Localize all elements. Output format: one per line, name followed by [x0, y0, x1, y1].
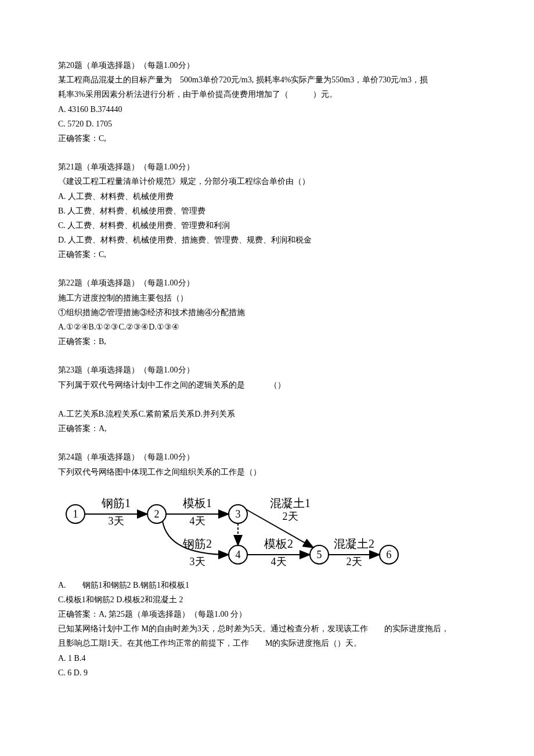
- q22-stem-1: 施工方进度控制的措施主要包括（）: [58, 291, 476, 305]
- q22-header: 第22题（单项选择题）（每题1.00分）: [58, 276, 476, 290]
- arc-label-bot-3: 混凝土2: [334, 537, 374, 550]
- q20-stem-2: 耗率3%采用因素分析法进行分析，由于单价提高使费用增加了（ ）元。: [58, 87, 476, 102]
- q23-options: A.工艺关系B.流程关系C.紧前紧后关系D.并列关系: [58, 407, 476, 421]
- q24-stem: 下列双代号网络图中体现工作之间组织关系的工作是（）: [58, 465, 476, 479]
- node-3: 3: [236, 508, 241, 520]
- arc-label-bot-2: 模板2: [264, 537, 293, 550]
- arc-day-bot-2: 4天: [271, 556, 287, 567]
- q25-option-row-1: A. 1 B.4: [58, 651, 476, 665]
- q24-option-row-1: A. 钢筋1和钢筋2 B.钢筋1和模板1: [58, 578, 476, 592]
- arc-day-top-1: 3天: [109, 515, 124, 527]
- node-2: 2: [154, 508, 160, 520]
- q20-answer: 正确答案：C,: [58, 131, 476, 146]
- arc-label-top-1: 钢筋1: [101, 497, 131, 509]
- node-5: 5: [317, 549, 322, 560]
- arc-day-top-2: 4天: [190, 515, 205, 527]
- q21-option-b: B. 人工费、材料费、机械使用费、管理费: [58, 204, 476, 218]
- question-22: 第22题（单项选择题）（每题1.00分） 施工方进度控制的措施主要包括（） ①组…: [58, 276, 476, 349]
- q21-answer: 正确答案：C,: [58, 247, 476, 262]
- arc-day-top-3: 2天: [283, 511, 298, 522]
- q24-header: 第24题（单项选择题）（每题1.00分）: [58, 450, 476, 464]
- q22-stem-2: ①组织措施②管理措施③经济和技术措施④分配措施: [58, 305, 476, 320]
- q24-answer: 正确答案：A, 第25题（单项选择题）（每题1.00 分）: [58, 607, 476, 621]
- arc-label-top-3: 混凝土1: [270, 497, 311, 509]
- question-21: 第21题（单项选择题）（每题1.00分） 《建设工程工程量清单计价规范》规定，分…: [58, 160, 476, 262]
- arc-day-bot-1: 3天: [190, 556, 205, 567]
- q25-option-row-2: C. 6 D. 9: [58, 665, 476, 680]
- question-20: 第20题（单项选择题）（每题1.00分） 某工程商品混凝土的目标产量为 500m…: [58, 58, 476, 146]
- question-23: 第23题（单项选择题）（每题1.00分） 下列属于双代号网络计划中工作之间的逻辑…: [58, 363, 476, 436]
- q21-option-d: D. 人工费、材料费、机械使用费、措施费、管理费、规费、利润和税金: [58, 233, 476, 247]
- arc-day-bot-3: 2天: [347, 556, 362, 567]
- q21-option-c: C. 人工费、材料费、机械使用费、管理费和利润: [58, 218, 476, 233]
- network-diagram: 1 2 3 4 5 6 钢筋1 3天 模板1 4天 混凝土1 2天 钢筋2: [58, 485, 476, 572]
- node-1: 1: [73, 508, 78, 520]
- q22-answer: 正确答案：B,: [58, 334, 476, 349]
- arc-label-top-2: 模板1: [183, 497, 212, 509]
- node-4: 4: [236, 549, 241, 560]
- q25-stem-2: 且影响总工期1天。在其他工作均正常的前提下，工作 M的实际进度拖后（）天。: [58, 636, 476, 650]
- q20-stem-1: 某工程商品混凝土的目标产量为 500m3单价720元/m3, 损耗率4%实际产量…: [58, 73, 476, 87]
- node-6: 6: [387, 549, 392, 560]
- q20-option-row-2: C. 5720 D. 1705: [58, 117, 476, 131]
- q24-option-row-2: C.模板1和钢筋2 D.模板2和混凝土 2: [58, 592, 476, 607]
- q23-answer: 正确答案：A,: [58, 421, 476, 436]
- question-24: 第24题（单项选择题）（每题1.00分） 下列双代号网络图中体现工作之间组织关系…: [58, 450, 476, 680]
- q21-header: 第21题（单项选择题）（每题1.00分）: [58, 160, 476, 174]
- q23-header: 第23题（单项选择题）（每题1.00分）: [58, 363, 476, 377]
- arc-label-bot-1: 钢筋2: [182, 537, 212, 550]
- q21-stem: 《建设工程工程量清单计价规范》规定，分部分项工程综合单价由（）: [58, 174, 476, 189]
- q20-option-row-1: A. 43160 B.374440: [58, 102, 476, 117]
- q21-option-a: A. 人工费、材料费、机械使用费: [58, 189, 476, 204]
- q20-header: 第20题（单项选择题）（每题1.00分）: [58, 58, 476, 73]
- q22-options: A.①②④B.①②③C.②③④D.①③④: [58, 320, 476, 334]
- q23-stem: 下列属于双代号网络计划中工作之间的逻辑关系的是 （）: [58, 378, 476, 392]
- q25-stem-1: 已知某网络计划中工作 M的自由时差为3天，总时差为5天。通过检查分析，发现该工作…: [58, 621, 476, 636]
